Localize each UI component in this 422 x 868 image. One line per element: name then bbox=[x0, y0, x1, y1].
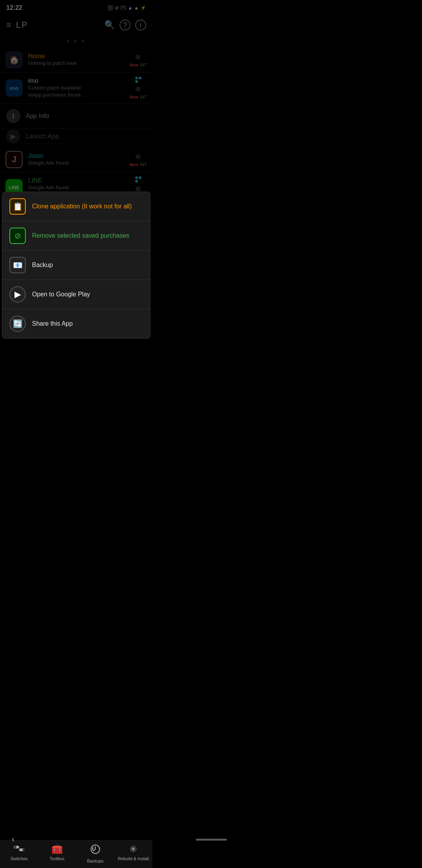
rebuild-icon: ✳ bbox=[129, 844, 137, 855]
googleplay-label: Open to Google Play bbox=[32, 291, 90, 298]
back-button[interactable]: ‹ bbox=[12, 834, 14, 845]
backups-icon bbox=[90, 844, 101, 857]
svg-point-5 bbox=[22, 849, 25, 851]
googleplay-icon: ▶ bbox=[9, 286, 26, 303]
share-icon: 🔄 bbox=[9, 316, 26, 332]
share-label: Share this App bbox=[32, 320, 73, 327]
svg-point-3 bbox=[14, 846, 16, 848]
ctx-item-clone[interactable]: 📋 Clone application (It work not for all… bbox=[2, 192, 150, 221]
ctx-item-remove[interactable]: ⊘ Remove selected saved purchases bbox=[2, 221, 150, 251]
backup-label: Backup bbox=[32, 262, 53, 269]
toolbox-icon: 🧰 bbox=[51, 844, 63, 855]
remove-label: Remove selected saved purchases bbox=[32, 232, 129, 239]
switches-label: Switches bbox=[11, 856, 28, 861]
remove-icon: ⊘ bbox=[9, 228, 26, 244]
clone-label: Clone application (It work not for all) bbox=[32, 203, 132, 210]
overlay-background[interactable] bbox=[0, 0, 152, 868]
nav-item-toolbox[interactable]: 🧰 Toolbox bbox=[38, 844, 77, 863]
backup-icon: 📧 bbox=[9, 257, 26, 273]
toolbox-label: Toolbox bbox=[50, 856, 64, 861]
nav-item-rebuild[interactable]: ✳ Rebuild & Install bbox=[114, 844, 153, 863]
nav-item-switches[interactable]: Switches bbox=[0, 844, 38, 863]
switches-icon bbox=[14, 844, 25, 855]
clone-icon: 📋 bbox=[9, 198, 26, 215]
backups-label: Backups bbox=[87, 859, 104, 863]
ctx-item-googleplay[interactable]: ▶ Open to Google Play bbox=[2, 280, 150, 309]
context-menu: 📋 Clone application (It work not for all… bbox=[2, 192, 150, 339]
ctx-item-backup[interactable]: 📧 Backup bbox=[2, 251, 150, 280]
rebuild-label: Rebuild & Install bbox=[118, 856, 149, 861]
nav-item-backups[interactable]: Backups bbox=[76, 844, 114, 863]
ctx-item-share[interactable]: 🔄 Share this App bbox=[2, 309, 150, 338]
